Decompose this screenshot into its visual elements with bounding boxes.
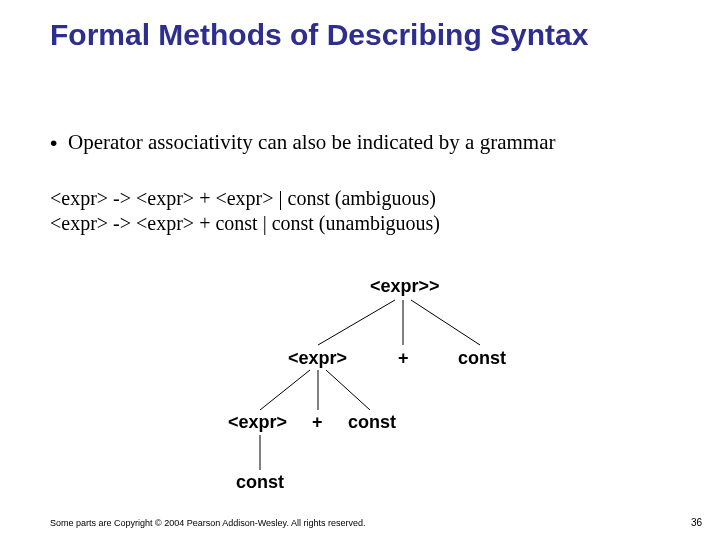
svg-line-5 — [326, 370, 370, 410]
tree-node-l1-right: const — [458, 348, 506, 369]
grammar-block: <expr> -> <expr> + <expr> | const (ambig… — [50, 186, 440, 236]
svg-line-2 — [411, 300, 480, 345]
parse-tree: <expr>> <expr> + const <expr> + const co… — [0, 270, 720, 490]
tree-node-root: <expr>> — [370, 276, 440, 297]
grammar-line-1: <expr> -> <expr> + <expr> | const (ambig… — [50, 186, 440, 211]
bullet-dot-icon: • — [50, 130, 57, 155]
tree-node-l2-plus: + — [312, 412, 323, 433]
slide-title: Formal Methods of Describing Syntax — [50, 18, 610, 53]
footer-page-number: 36 — [691, 517, 702, 528]
grammar-line-2: <expr> -> <expr> + const | const (unambi… — [50, 211, 440, 236]
tree-node-l2-right: const — [348, 412, 396, 433]
tree-node-l3-left: const — [236, 472, 284, 493]
svg-line-0 — [318, 300, 395, 345]
slide: Formal Methods of Describing Syntax • Op… — [0, 0, 720, 540]
tree-edges — [0, 270, 720, 500]
bullet-item: • Operator associativity can also be ind… — [68, 130, 628, 155]
tree-node-l1-plus: + — [398, 348, 409, 369]
tree-node-root-text: <expr> — [370, 276, 429, 296]
tree-node-l1-left: <expr> — [288, 348, 347, 369]
tree-node-root-extra-angle: > — [429, 276, 440, 296]
footer-copyright: Some parts are Copyright © 2004 Pearson … — [50, 518, 365, 528]
svg-line-3 — [260, 370, 310, 410]
bullet-text: Operator associativity can also be indic… — [68, 130, 628, 155]
tree-node-l2-left: <expr> — [228, 412, 287, 433]
